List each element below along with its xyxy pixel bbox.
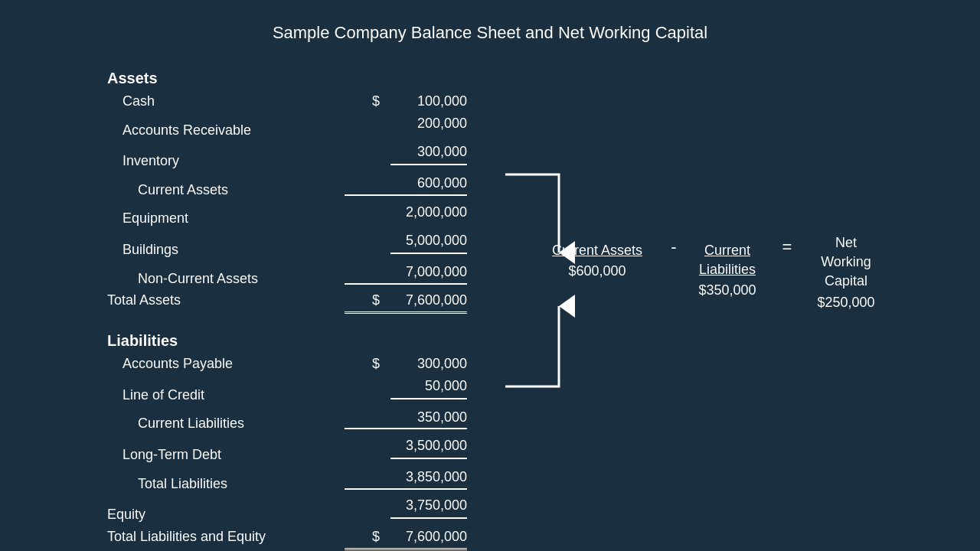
equipment-label: Equipment bbox=[107, 207, 345, 230]
non-current-assets-amount: 7,000,000 bbox=[390, 261, 467, 283]
nwc-equals: = bbox=[779, 237, 795, 257]
ap-amount: 300,000 bbox=[390, 353, 467, 375]
total-liabilities-label: Total Liabilities bbox=[107, 473, 345, 495]
total-liabilities-equity-row: Total Liabilities and Equity $ 7,600,000 bbox=[107, 526, 582, 550]
total-liabilities-amount-group: 3,850,000 bbox=[345, 466, 467, 490]
buildings-amount-group: 5,000,000 bbox=[345, 230, 467, 254]
nwc-nwc-label: NetWorkingCapital bbox=[796, 233, 896, 292]
total-liabilities-amount: 3,850,000 bbox=[390, 466, 467, 488]
total-assets-amount: 7,600,000 bbox=[390, 289, 467, 311]
nwc-nwc-header: NetWorkingCapital $250,000 bbox=[796, 233, 896, 311]
ar-amount: 200,000 bbox=[390, 112, 467, 135]
loc-label: Line of Credit bbox=[107, 384, 345, 406]
current-liabilities-amount-group: 350,000 bbox=[345, 406, 467, 430]
nwc-cl-label: Current Liabilities bbox=[681, 241, 773, 279]
ar-label: Accounts Receivable bbox=[107, 119, 345, 142]
total-liabilities-equity-amount: 7,600,000 bbox=[390, 526, 467, 548]
equity-label: Equity bbox=[107, 504, 345, 526]
nwc-ca-header: Current Assets $600,000 bbox=[551, 241, 643, 279]
total-assets-amount-group: $ 7,600,000 bbox=[345, 289, 467, 314]
total-liabilities-equity-amount-group: $ 7,600,000 bbox=[345, 526, 467, 550]
ap-dollar: $ bbox=[372, 353, 383, 375]
cash-amount-group: $ 100,000 bbox=[345, 90, 467, 112]
cash-label: Cash bbox=[107, 90, 345, 112]
ltd-amount: 3,500,000 bbox=[390, 435, 467, 459]
nwc-nwc-value: $250,000 bbox=[796, 295, 896, 311]
nwc-cl-value: $350,000 bbox=[681, 282, 773, 298]
total-assets-label: Total Assets bbox=[107, 289, 345, 311]
nwc-ca-label: Current Assets bbox=[551, 241, 643, 260]
nwc-cl-header: Current Liabilities $350,000 bbox=[681, 241, 773, 298]
inventory-amount-group: 300,000 bbox=[345, 141, 467, 165]
nwc-minus: - bbox=[670, 237, 678, 257]
nwc-diagram: Current Assets $600,000 - Current Liabil… bbox=[490, 73, 949, 517]
current-assets-amount-group: 600,000 bbox=[345, 172, 467, 196]
equipment-amount-group: 2,000,000 bbox=[345, 201, 467, 223]
current-liabilities-label: Current Liabilities bbox=[107, 412, 345, 435]
total-assets-dollar: $ bbox=[372, 289, 383, 311]
equity-amount: 3,750,000 bbox=[390, 494, 467, 519]
ltd-label: Long-Term Debt bbox=[107, 444, 345, 466]
ar-amount-group: 200,000 bbox=[345, 112, 467, 135]
equipment-amount: 2,000,000 bbox=[390, 201, 467, 223]
non-current-assets-amount-group: 7,000,000 bbox=[345, 261, 467, 285]
loc-amount-group: 50,000 bbox=[345, 375, 467, 399]
nwc-ca-value: $600,000 bbox=[551, 263, 643, 279]
loc-amount: 50,000 bbox=[390, 375, 467, 399]
inventory-amount: 300,000 bbox=[390, 141, 467, 165]
ltd-amount-group: 3,500,000 bbox=[345, 435, 467, 459]
non-current-assets-label: Non-Current Assets bbox=[107, 268, 345, 290]
inventory-label: Inventory bbox=[107, 150, 345, 172]
equity-amount-group: 3,750,000 bbox=[345, 494, 467, 519]
total-liabilities-equity-label: Total Liabilities and Equity bbox=[107, 526, 345, 548]
total-le-dollar: $ bbox=[372, 526, 383, 548]
ap-amount-group: $ 300,000 bbox=[345, 353, 467, 375]
current-assets-label: Current Assets bbox=[107, 179, 345, 201]
cash-amount: 100,000 bbox=[390, 90, 467, 112]
buildings-label: Buildings bbox=[107, 239, 345, 261]
cash-dollar: $ bbox=[372, 90, 383, 112]
current-assets-amount: 600,000 bbox=[390, 172, 467, 194]
ar-dollar bbox=[372, 112, 383, 135]
ap-label: Accounts Payable bbox=[107, 353, 345, 375]
buildings-amount: 5,000,000 bbox=[390, 230, 467, 254]
current-liabilities-amount: 350,000 bbox=[390, 406, 467, 429]
page-title: Sample Company Balance Sheet and Net Wor… bbox=[0, 0, 980, 58]
